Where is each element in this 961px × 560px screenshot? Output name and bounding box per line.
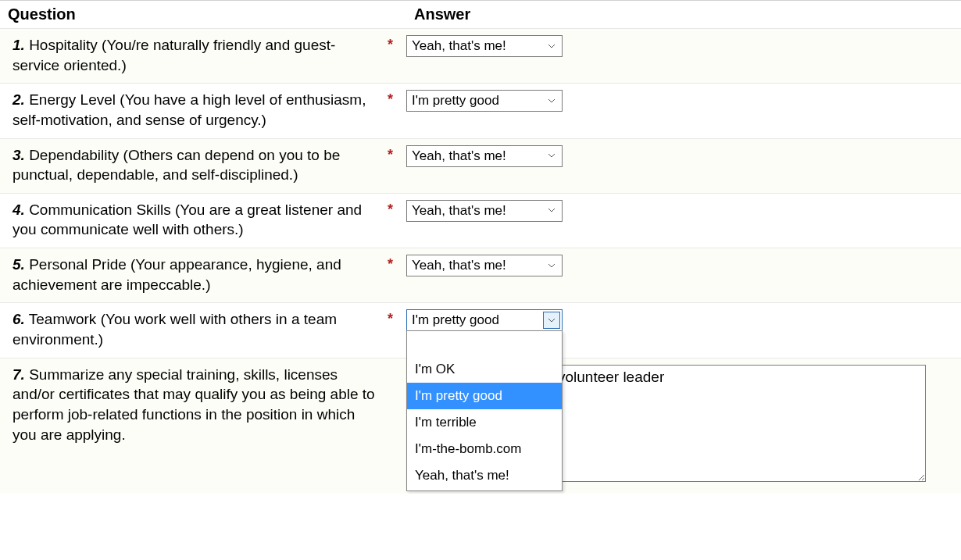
- question-number: 1.: [13, 37, 25, 53]
- answer-select[interactable]: I'm pretty good: [406, 309, 563, 331]
- dropdown-option[interactable]: I'm terrible: [407, 409, 562, 436]
- answer-select[interactable]: Yeah, that's me!: [406, 255, 563, 276]
- required-indicator: *: [383, 138, 406, 193]
- question-text: 7. Summarize any special training, skill…: [0, 358, 383, 494]
- table-row: 3. Dependability (Others can depend on y…: [0, 138, 961, 193]
- select-wrap: I'm pretty good: [406, 90, 563, 112]
- select-wrap: I'm pretty goodI'm OKI'm pretty goodI'm …: [406, 309, 563, 331]
- required-header: [383, 1, 406, 29]
- dropdown-option[interactable]: I'm pretty good: [407, 383, 562, 409]
- answer-select[interactable]: Yeah, that's me!: [406, 145, 563, 167]
- dropdown-option[interactable]: Yeah, that's me!: [407, 462, 562, 489]
- answer-cell: Yeah, that's me!: [406, 248, 961, 303]
- chevron-down-icon[interactable]: [543, 257, 560, 274]
- required-indicator: *: [383, 84, 406, 138]
- question-number: 3.: [13, 147, 25, 163]
- select-value: Yeah, that's me!: [412, 203, 506, 219]
- chevron-down-icon[interactable]: [543, 37, 560, 55]
- question-header: Question: [0, 1, 383, 29]
- question-label: Teamwork (You work well with others in a…: [13, 311, 337, 348]
- question-label: Personal Pride (Your appearance, hygiene…: [13, 256, 341, 293]
- required-indicator: *: [383, 303, 406, 358]
- question-label: Energy Level (You have a high level of e…: [13, 91, 366, 128]
- answer-cell: Yeah, that's me!: [406, 29, 961, 84]
- question-text: 5. Personal Pride (Your appearance, hygi…: [0, 248, 383, 303]
- select-wrap: Yeah, that's me!: [406, 145, 563, 167]
- select-value: Yeah, that's me!: [412, 148, 506, 164]
- select-wrap: Yeah, that's me!: [406, 200, 563, 222]
- answer-select[interactable]: Yeah, that's me!: [406, 35, 563, 57]
- question-text: 4. Communication Skills (You are a great…: [0, 193, 383, 248]
- question-number: 7.: [13, 366, 25, 383]
- answer-select[interactable]: Yeah, that's me!: [406, 200, 563, 222]
- dropdown-option[interactable]: I'm-the-bomb.com: [407, 436, 562, 462]
- required-indicator: [383, 358, 406, 494]
- chevron-down-icon[interactable]: [543, 148, 560, 165]
- dropdown-option[interactable]: [407, 333, 562, 356]
- question-label: Summarize any special training, skills, …: [13, 366, 375, 443]
- answer-cell: Yeah, that's me!: [406, 138, 961, 193]
- required-indicator: *: [383, 29, 406, 84]
- table-row: 5. Personal Pride (Your appearance, hygi…: [0, 248, 961, 303]
- table-row: 4. Communication Skills (You are a great…: [0, 193, 961, 248]
- chevron-down-icon[interactable]: [543, 312, 560, 329]
- question-text: 3. Dependability (Others can depend on y…: [0, 138, 383, 193]
- select-wrap: Yeah, that's me!: [406, 255, 563, 276]
- required-indicator: *: [383, 193, 406, 248]
- question-label: Communication Skills (You are a great li…: [13, 202, 362, 238]
- answer-cell: I'm pretty goodI'm OKI'm pretty goodI'm …: [406, 303, 961, 358]
- question-number: 5.: [13, 256, 25, 273]
- question-text: 2. Energy Level (You have a high level o…: [0, 84, 383, 138]
- select-value: I'm pretty good: [412, 93, 499, 109]
- table-row: 2. Energy Level (You have a high level o…: [0, 84, 961, 138]
- dropdown-list[interactable]: I'm OKI'm pretty goodI'm terribleI'm-the…: [406, 330, 563, 491]
- answer-select[interactable]: I'm pretty good: [406, 90, 563, 112]
- dropdown-option[interactable]: I'm OK: [407, 356, 562, 383]
- question-text: 6. Teamwork (You work well with others i…: [0, 303, 383, 358]
- table-row: 1. Hospitality (You/re naturally friendl…: [0, 29, 961, 84]
- select-value: I'm pretty good: [412, 312, 499, 328]
- question-label: Hospitality (You/re naturally friendly a…: [13, 37, 335, 73]
- table-row: 6. Teamwork (You work well with others i…: [0, 303, 961, 358]
- required-indicator: *: [383, 248, 406, 303]
- question-text: 1. Hospitality (You/re naturally friendl…: [0, 29, 383, 84]
- question-number: 6.: [13, 311, 25, 327]
- answer-header: Answer: [406, 1, 961, 29]
- select-wrap: Yeah, that's me!: [406, 35, 563, 57]
- select-value: Yeah, that's me!: [412, 38, 506, 54]
- header-row: Question Answer: [0, 1, 961, 29]
- question-label: Dependability (Others can depend on you …: [13, 147, 340, 184]
- chevron-down-icon[interactable]: [543, 92, 560, 109]
- select-value: Yeah, that's me!: [412, 258, 506, 273]
- questionnaire-table: Question Answer 1. Hospitality (You/re n…: [0, 0, 961, 494]
- question-number: 4.: [13, 202, 25, 218]
- answer-cell: I'm pretty good: [406, 84, 961, 138]
- chevron-down-icon[interactable]: [543, 202, 560, 219]
- answer-cell: Yeah, that's me!: [406, 193, 961, 248]
- question-number: 2.: [13, 91, 25, 108]
